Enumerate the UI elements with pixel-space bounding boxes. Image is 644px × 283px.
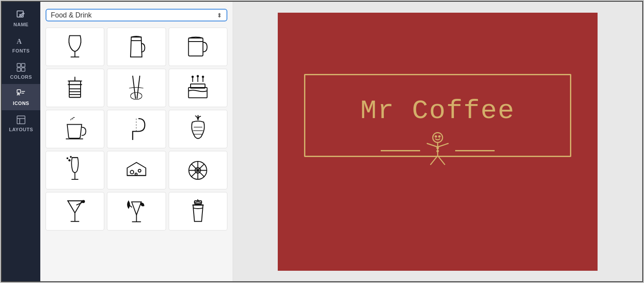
brand-text: Mr Coffee — [361, 95, 515, 126]
icon-beer-glass[interactable] — [107, 28, 166, 66]
svg-point-30 — [197, 75, 198, 77]
icon-lemon[interactable] — [169, 151, 227, 189]
svg-point-31 — [202, 76, 204, 77]
sidebar-label-fonts: FONTS — [12, 48, 30, 53]
svg-line-66 — [427, 143, 438, 147]
svg-point-70 — [437, 147, 438, 149]
pencil-icon — [16, 10, 26, 20]
icon-tea-cup[interactable] — [46, 110, 104, 148]
sidebar-label-layouts: LAYOUTS — [9, 127, 33, 132]
icon-candy-cane[interactable] — [107, 110, 166, 148]
icon-tropical-drink[interactable] — [107, 192, 166, 231]
svg-point-29 — [192, 76, 193, 77]
svg-rect-24 — [189, 87, 207, 98]
sidebar-item-layouts[interactable]: LAYOUTS — [2, 110, 40, 136]
icon-wine-glass[interactable] — [46, 28, 104, 66]
icon-champagne[interactable] — [46, 151, 104, 189]
svg-line-68 — [431, 156, 438, 164]
svg-point-41 — [71, 157, 71, 157]
gingerman-container — [381, 131, 495, 170]
icons-grid — [46, 28, 227, 231]
svg-point-44 — [130, 170, 134, 174]
svg-point-23 — [131, 92, 142, 99]
gingerman-icon — [420, 131, 455, 170]
icon-beer-mug[interactable] — [169, 28, 227, 66]
right-divider — [455, 150, 495, 151]
svg-point-40 — [67, 158, 68, 159]
middle-panel: Food & Drink Animals Nature Travel Busin… — [40, 2, 233, 281]
icon-french-press[interactable] — [46, 69, 104, 107]
left-divider — [381, 150, 420, 151]
fonts-icon: A — [16, 36, 26, 46]
sidebar-label-icons: ICONS — [13, 101, 29, 106]
svg-rect-11 — [189, 38, 203, 56]
icon-chopsticks[interactable] — [107, 69, 166, 107]
sidebar-item-name[interactable]: NAME — [2, 5, 40, 31]
chevron-icon: ⬍ — [217, 12, 222, 19]
canvas-area: Mr Coffee — [278, 13, 598, 271]
icon-birthday-cake[interactable] — [169, 69, 227, 107]
svg-point-64 — [439, 136, 440, 137]
svg-line-69 — [438, 156, 445, 164]
sidebar-label-name: NAME — [14, 22, 28, 27]
sidebar-item-fonts[interactable]: A FONTS — [2, 31, 40, 58]
svg-point-62 — [433, 133, 442, 142]
sidebar: NAME A FONTS COLORS ICONS — [2, 2, 40, 281]
app-wrapper: NAME A FONTS COLORS ICONS — [1, 1, 643, 282]
svg-point-71 — [437, 150, 438, 152]
palette-icon — [16, 62, 26, 73]
svg-point-45 — [138, 169, 141, 172]
svg-rect-7 — [17, 116, 25, 124]
svg-point-46 — [135, 173, 137, 175]
svg-rect-2 — [17, 63, 21, 67]
category-select[interactable]: Food & Drink Animals Nature Travel Busin… — [51, 11, 217, 19]
icon-cocktail[interactable] — [46, 192, 104, 231]
canvas-panel: Mr Coffee — [233, 2, 642, 281]
icons-icon — [16, 88, 26, 99]
svg-rect-5 — [21, 68, 25, 71]
svg-rect-6 — [17, 90, 21, 93]
svg-point-39 — [69, 160, 70, 161]
svg-line-67 — [438, 143, 448, 147]
sidebar-item-colors[interactable]: COLORS — [2, 58, 40, 84]
svg-rect-3 — [21, 63, 25, 67]
layout-icon — [16, 115, 26, 125]
sidebar-label-colors: COLORS — [10, 74, 32, 80]
sidebar-item-icons[interactable]: ICONS — [2, 84, 40, 110]
icon-carrot[interactable] — [169, 110, 227, 148]
icon-takeout-coffee[interactable] — [169, 192, 227, 231]
icon-cheese[interactable] — [107, 151, 166, 189]
svg-point-63 — [435, 136, 436, 137]
svg-rect-4 — [17, 68, 21, 71]
category-select-wrapper[interactable]: Food & Drink Animals Nature Travel Busin… — [46, 9, 227, 21]
svg-point-56 — [82, 200, 85, 203]
svg-text:A: A — [17, 38, 22, 45]
